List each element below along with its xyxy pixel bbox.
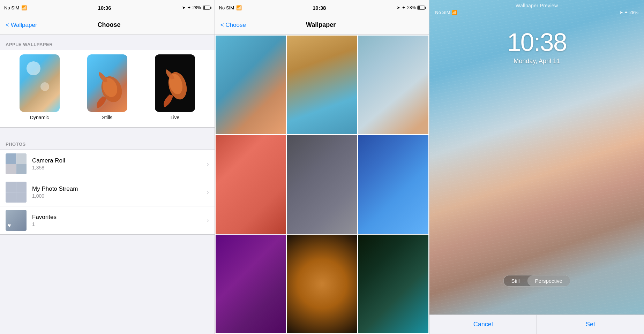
grid-item-6[interactable]	[358, 135, 428, 234]
arrow-location-2: ➤	[397, 5, 400, 10]
album-thumb-photo-stream	[6, 182, 27, 203]
battery-icon-2	[417, 6, 425, 10]
grid-item-1[interactable]	[216, 36, 286, 134]
wp-thumb-live[interactable]	[155, 54, 195, 112]
wp-category-stills[interactable]: Stills	[87, 54, 127, 120]
wp-thumb-dynamic[interactable]	[20, 54, 60, 112]
photos-list: Camera Roll 1,358 › My Photo Stream	[0, 150, 215, 235]
carrier-label-1: No SIM	[4, 5, 19, 10]
still-button[interactable]: Still	[503, 275, 527, 286]
battery-pct-2: 28%	[407, 5, 415, 10]
panel-wallpaper-grid: No SIM 📶 10:38 ➤ ✦ 28% < Choose Wallpape…	[215, 0, 430, 334]
album-thumb-camera-roll	[6, 153, 27, 174]
album-count-favorites: 1	[32, 221, 207, 227]
preview-carrier-label: No SIM	[435, 10, 450, 15]
nav-bar-1: < Wallpaper Choose	[0, 15, 215, 35]
album-name-favorites: Favorites	[32, 214, 207, 221]
cancel-button[interactable]: Cancel	[429, 315, 537, 334]
stream-cell-4	[16, 192, 27, 203]
wifi-icon-1: 📶	[21, 5, 27, 10]
battery-pct-1: 28%	[193, 5, 201, 10]
grid-item-9[interactable]	[358, 235, 428, 333]
stream-cell-3	[6, 192, 16, 203]
grid-item-7[interactable]	[216, 235, 286, 333]
preview-clock: 10:38	[429, 28, 644, 56]
photos-section: PHOTOS Camera Roll 1,358 ›	[0, 135, 215, 235]
album-count-photo-stream: 1,000	[32, 193, 207, 199]
grid-item-8[interactable]	[287, 235, 357, 333]
stream-cell-1	[6, 182, 16, 192]
wallpaper-grid-area	[215, 35, 429, 334]
album-name-camera-roll: Camera Roll	[32, 157, 207, 164]
bluetooth-2: ✦	[402, 5, 405, 10]
album-name-photo-stream: My Photo Stream	[32, 185, 207, 192]
status-left-1: No SIM 📶	[4, 5, 27, 10]
grid-item-3[interactable]	[358, 36, 428, 134]
preview-carrier: No SIM 📶	[435, 10, 457, 15]
panel-wallpaper-preview: Wallpaper Preview No SIM 📶 ➤ ✦ 28% 10:38…	[429, 0, 644, 334]
album-row-favorites[interactable]: ♥ Favorites 1 ›	[0, 206, 215, 234]
bluetooth-1: ✦	[187, 5, 191, 10]
wifi-icon-2: 📶	[236, 5, 242, 10]
back-button-2[interactable]: < Choose	[220, 22, 246, 29]
nav-title-2: Wallpaper	[306, 21, 336, 29]
wp-category-live[interactable]: Live	[155, 54, 195, 120]
nav-title-1: Choose	[98, 21, 121, 29]
time-2: 10:38	[313, 5, 326, 11]
cr-cell-1	[6, 153, 16, 164]
album-info-camera-roll: Camera Roll 1,358	[32, 157, 207, 170]
back-button-1[interactable]: < Wallpaper	[6, 22, 37, 29]
battery-icon-1	[203, 6, 210, 10]
preview-actions: Cancel Set	[429, 314, 644, 334]
grid-item-4[interactable]	[216, 135, 286, 234]
wp-category-dynamic[interactable]: Dynamic	[20, 54, 60, 120]
wp-label-dynamic: Dynamic	[30, 115, 49, 120]
status-bar-1: No SIM 📶 10:36 ➤ ✦ 28%	[0, 0, 215, 15]
preview-arrow: ➤	[619, 10, 623, 15]
fish-svg-stills	[87, 54, 127, 112]
content-1: APPLE WALLPAPER Dynamic Stills	[0, 35, 215, 334]
apple-wallpaper-header: APPLE WALLPAPER	[0, 35, 215, 50]
album-thumb-favorites: ♥	[6, 210, 27, 231]
status-right-2: ➤ ✦ 28%	[397, 5, 425, 10]
carrier-label-2: No SIM	[219, 5, 234, 10]
cr-cell-4	[16, 164, 27, 175]
wp-thumb-stills[interactable]	[87, 54, 127, 112]
preview-status-right: ➤ ✦ 28%	[619, 10, 638, 15]
photos-header: PHOTOS	[0, 135, 215, 150]
album-info-photo-stream: My Photo Stream 1,000	[32, 185, 207, 199]
album-count-camera-roll: 1,358	[32, 165, 207, 170]
preview-date: Monday, April 11	[429, 58, 644, 65]
chevron-photo-stream: ›	[207, 189, 209, 196]
status-right-1: ➤ ✦ 28%	[182, 5, 210, 10]
wallpaper-grid	[215, 35, 429, 334]
chevron-camera-roll: ›	[207, 160, 209, 168]
status-left-2: No SIM 📶	[219, 5, 242, 10]
preview-bluetooth: ✦	[624, 10, 628, 15]
time-1: 10:36	[98, 5, 111, 11]
wp-label-live: Live	[171, 115, 180, 120]
preview-wallpaper-bg: Wallpaper Preview No SIM 📶 ➤ ✦ 28% 10:38…	[429, 0, 644, 314]
album-row-camera-roll[interactable]: Camera Roll 1,358 ›	[0, 150, 215, 178]
grid-item-2[interactable]	[287, 36, 357, 134]
preview-title: Wallpaper Preview	[429, 3, 644, 8]
wp-label-stills: Stills	[102, 115, 113, 120]
album-info-favorites: Favorites 1	[32, 214, 207, 227]
chevron-favorites: ›	[207, 217, 209, 224]
heart-icon: ♥	[8, 222, 11, 229]
stream-cell-2	[16, 182, 27, 192]
preview-battery-pct: 28%	[629, 10, 638, 15]
perspective-button[interactable]: Perspective	[527, 275, 570, 286]
set-button[interactable]: Set	[537, 315, 644, 334]
arrow-location-1: ➤	[182, 5, 186, 10]
album-row-photo-stream[interactable]: My Photo Stream 1,000 ›	[0, 178, 215, 206]
status-bar-2: No SIM 📶 10:38 ➤ ✦ 28%	[215, 0, 429, 15]
preview-wifi-icon: 📶	[451, 10, 457, 15]
grid-item-5[interactable]	[287, 135, 357, 234]
nav-bar-2: < Choose Wallpaper	[215, 15, 429, 35]
cr-cell-3	[6, 164, 16, 175]
still-perspective-toggle: Still Perspective	[503, 275, 570, 287]
fish-svg-live	[155, 54, 195, 112]
cr-cell-2	[16, 153, 27, 164]
preview-status-bar: No SIM 📶 ➤ ✦ 28%	[429, 10, 644, 15]
